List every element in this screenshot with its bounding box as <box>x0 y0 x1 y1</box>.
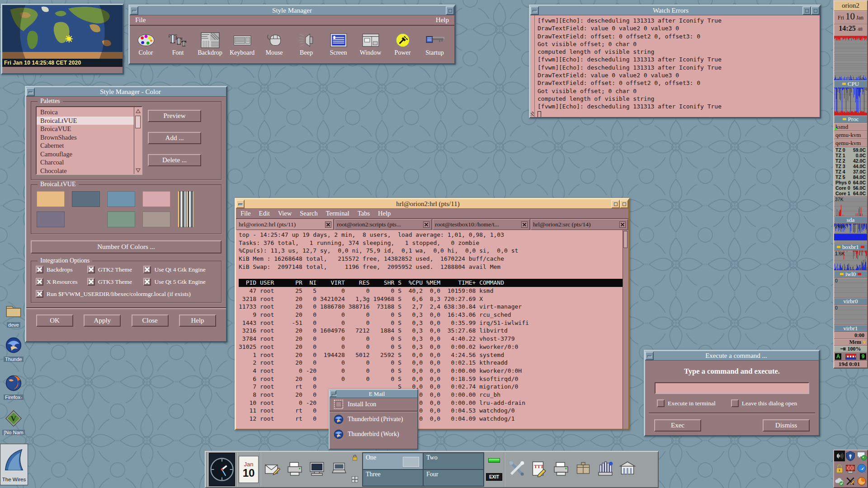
email-menu[interactable]: E Mail Install IconThunderbird (Private)… <box>329 389 418 450</box>
scroll-up-icon[interactable] <box>134 107 142 115</box>
exec-option[interactable]: Leave this dialog open <box>731 399 797 407</box>
menu-terminal[interactable]: Terminal <box>326 210 349 217</box>
palette-item[interactable]: Chocolate <box>37 167 134 174</box>
iconified-vim[interactable]: V[No Nam <box>2 409 25 435</box>
delete-button[interactable]: Delete ... <box>148 154 201 166</box>
archive-launcher[interactable] <box>617 454 638 485</box>
integration-option[interactable]: Backdrops <box>36 266 85 273</box>
pager-desktop-three[interactable]: Three <box>363 469 423 486</box>
pager-desktop-one[interactable]: One <box>363 453 423 469</box>
menu-file[interactable]: File <box>241 210 251 217</box>
checkbox[interactable] <box>657 399 665 407</box>
color-swatch[interactable] <box>142 191 170 207</box>
desktop-computer-launcher[interactable] <box>307 454 327 485</box>
terminal-titlebar[interactable]: hrl@orion2:hrl (pts/11) <box>236 199 628 209</box>
scrollbar[interactable] <box>530 15 535 117</box>
integration-option[interactable]: GTK2 Theme <box>87 266 142 273</box>
color-swatch[interactable] <box>37 191 65 207</box>
palette-item[interactable]: BroicaVUE <box>37 125 134 133</box>
number-of-colors-button[interactable]: Number Of Colors ... <box>31 240 222 253</box>
checkbox[interactable] <box>36 266 43 273</box>
style-manager-item-window[interactable]: Window <box>354 32 387 56</box>
close-icon[interactable] <box>811 6 820 15</box>
checkbox[interactable] <box>143 266 151 273</box>
palette-scrollbar[interactable] <box>134 107 142 174</box>
checkbox[interactable] <box>36 290 43 298</box>
palette-item[interactable]: BrownShades <box>37 133 134 142</box>
world-clock-widget[interactable]: Fri Jan 10 14:25:48 CET 2020 <box>1 4 124 75</box>
email-menu-item[interactable]: Thunderbird (Work) <box>330 427 417 441</box>
menu-pin-icon[interactable] <box>330 390 336 397</box>
firewall-tray-item[interactable] <box>845 463 856 476</box>
palette-list[interactable]: BroicaBroicaLtVUEBroicaVUEBrownShadesCab… <box>37 107 134 174</box>
window-menu-icon[interactable] <box>26 88 35 96</box>
style-manager-item-keyboard[interactable]: Keyboard <box>226 32 258 56</box>
checkbox[interactable] <box>87 278 95 286</box>
apply-button[interactable]: Apply <box>84 314 121 327</box>
style-manager-item-backdrop[interactable]: Backdrop <box>194 32 226 56</box>
watch-errors-window[interactable]: Watch Errors [fvwm][Echo]: descheduling … <box>529 5 821 118</box>
terminal-window[interactable]: hrl@orion2:hrl (pts/11) FileEditViewSear… <box>235 198 630 430</box>
menu-tabs[interactable]: Tabs <box>358 210 370 217</box>
iconified-thunderbird[interactable]: Thunde <box>2 336 25 362</box>
color-swatch[interactable] <box>142 211 170 227</box>
integration-option[interactable]: Use Qt 5 Gtk Engine <box>143 278 217 286</box>
taskbar-handle[interactable] <box>207 452 208 487</box>
checkbox[interactable] <box>87 266 95 273</box>
color-swatch[interactable] <box>37 211 65 227</box>
security-tray-item[interactable] <box>845 450 856 463</box>
exec-option[interactable]: Execute in terminal <box>657 399 716 407</box>
print-manager-launcher[interactable] <box>551 454 571 485</box>
messenger-tray-item[interactable] <box>856 463 867 476</box>
palette-item[interactable]: Camouflage <box>37 150 134 159</box>
maximize-icon[interactable] <box>802 6 811 15</box>
terminal-tab[interactable]: hrl@orion2:src (pts/14) <box>531 219 628 230</box>
style-manager-item-color[interactable]: Color <box>130 32 162 56</box>
iconified-wireshark[interactable]: The Wires <box>0 444 28 485</box>
analog-clock[interactable] <box>209 453 235 486</box>
color-swatch[interactable] <box>107 211 135 227</box>
color-dialog-titlebar[interactable]: Style Manager - Color <box>26 87 226 97</box>
terminal-tab[interactable]: root@orion2:scripts (pts... <box>335 219 432 230</box>
exec-button[interactable]: Exec <box>654 419 701 432</box>
lock-tray-item[interactable] <box>834 463 845 476</box>
menu-edit[interactable]: Edit <box>259 210 270 217</box>
style-manager-item-startup[interactable]: Startup <box>419 32 451 56</box>
color-swatch[interactable] <box>72 191 100 207</box>
cloud-tray-item[interactable] <box>834 476 845 488</box>
dismiss-button[interactable]: Dismiss <box>763 419 810 432</box>
ok-button[interactable]: OK <box>36 314 73 327</box>
scroll-down-icon[interactable] <box>134 166 142 174</box>
palette-item[interactable]: BroicaLtVUE <box>37 117 134 125</box>
window-menu-icon[interactable] <box>530 6 539 15</box>
iconified-firefox[interactable]: Firefox- <box>2 374 25 400</box>
style-manager-item-beep[interactable]: Beep <box>290 32 322 56</box>
window-menu-icon[interactable] <box>130 6 138 15</box>
chat-tray-item[interactable] <box>856 450 867 463</box>
mail-launcher[interactable] <box>262 454 283 485</box>
volume-tray-item[interactable] <box>834 450 845 463</box>
tools-launcher[interactable] <box>506 454 527 485</box>
integration-option[interactable]: X Resources <box>36 278 85 286</box>
watch-errors-titlebar[interactable]: Watch Errors <box>530 6 820 15</box>
style-manager-titlebar[interactable]: Style Manager <box>130 6 454 15</box>
close-icon[interactable] <box>620 200 628 208</box>
palette-item[interactable]: Charcoal <box>37 158 134 167</box>
email-menu-item[interactable]: Install Icon <box>330 398 417 412</box>
checkbox[interactable] <box>731 399 739 407</box>
style-manager-window[interactable]: Style Manager File Help ColorTTTFontBack… <box>128 5 456 65</box>
palette-item[interactable]: Broica <box>37 108 134 117</box>
checkbox[interactable] <box>143 278 151 286</box>
help-button[interactable]: Help <box>179 314 216 327</box>
maximize-icon[interactable] <box>446 6 454 15</box>
scrollbar-thumb[interactable] <box>135 116 141 128</box>
menu-help[interactable]: Help <box>378 210 391 217</box>
style-manager-item-mouse[interactable]: Mouse <box>258 32 290 56</box>
preview-button[interactable]: Preview <box>148 110 201 122</box>
swirl-tray-item[interactable] <box>856 476 867 488</box>
menu-help[interactable]: Help <box>436 16 449 24</box>
close-icon[interactable] <box>325 221 331 228</box>
command-input[interactable] <box>655 382 809 394</box>
close-icon[interactable] <box>521 221 528 228</box>
terminal-tab[interactable]: hrl@orion2:hrl (pts/11) <box>236 219 334 230</box>
